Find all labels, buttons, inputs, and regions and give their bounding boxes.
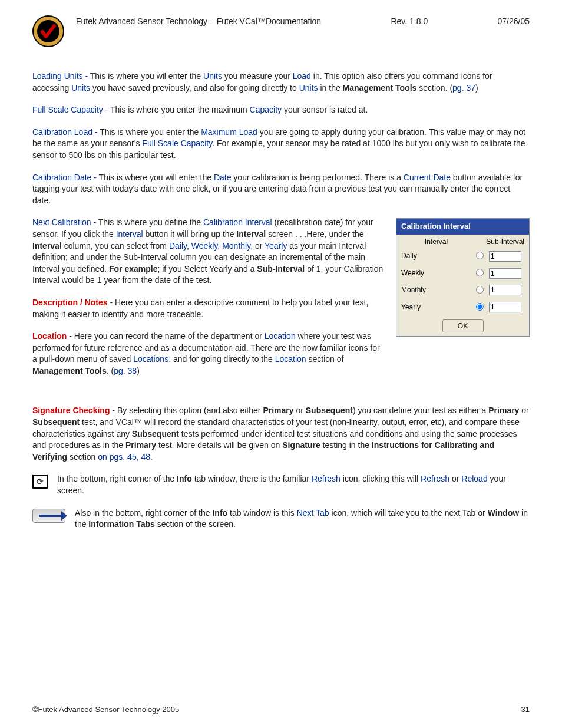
subsequent-bold-2: Subsequent — [32, 417, 80, 427]
info-bold: Info — [177, 474, 192, 483]
yearly-link[interactable]: Yearly — [265, 241, 287, 251]
row-weekly-label: Weekly — [401, 268, 469, 278]
para-signature: Signature Checking - By selecting this o… — [32, 405, 530, 463]
para-location: Location - Here you can record the name … — [32, 331, 384, 377]
refresh-icon: ⟳ — [32, 475, 48, 489]
dialog-title: Calibration Interval — [396, 219, 529, 234]
cal-load-link[interactable]: Calibration Load - — [32, 127, 98, 137]
row-monthly-radio[interactable] — [476, 286, 484, 294]
page-header: Futek Advanced Sensor Technology – Futek… — [32, 12, 530, 47]
info-bold-2: Info — [212, 508, 227, 518]
locations-link[interactable]: Locations — [133, 354, 168, 364]
location-link-2[interactable]: Location — [275, 354, 306, 364]
loading-units-link[interactable]: Loading Units - — [32, 71, 88, 81]
para-loading-units: Loading Units - This is where you wil en… — [32, 71, 530, 94]
reload-link[interactable]: Reload — [461, 474, 487, 483]
interval-link[interactable]: Interval — [116, 229, 143, 239]
row-daily-label: Daily — [401, 251, 469, 261]
para-next-cal: Next Calibration - This is where you def… — [32, 217, 384, 286]
monthly-link[interactable]: Monthly — [222, 241, 250, 251]
subsequent-bold-3: Subsequent — [132, 429, 179, 439]
desc-notes-heading: Description / Notes — [32, 298, 108, 307]
subsequent-bold: Subsequent — [306, 406, 353, 415]
cal-interval-link[interactable]: Calibration Interval — [203, 218, 272, 227]
footer-page-number: 31 — [521, 705, 530, 714]
management-tools-bold-2: Management Tools — [32, 366, 107, 375]
full-scale-link[interactable]: Full Scale Capacity - — [32, 105, 108, 114]
pg37-link[interactable]: pg. 37 — [452, 83, 475, 93]
header-title: Futek Advanced Sensor Technology – Futek… — [76, 17, 321, 26]
sub-interval-bold: Sub-Interval — [257, 264, 305, 274]
footer-copyright: ©Futek Advanced Sensor Technology 2005 — [32, 705, 179, 714]
row-monthly-input[interactable] — [489, 285, 521, 295]
signature-heading: Signature Checking — [32, 406, 110, 415]
next-tab-icon — [32, 509, 65, 523]
refresh-link[interactable]: Refresh — [312, 474, 340, 483]
capacity-link[interactable]: Capacity — [250, 105, 282, 114]
company-logo — [32, 15, 64, 47]
for-example-bold: For example — [109, 264, 157, 274]
location-link[interactable]: Location — [265, 331, 296, 341]
row-weekly-radio[interactable] — [476, 269, 484, 276]
primary-bold-3: Primary — [125, 440, 156, 450]
current-date-link[interactable]: Current Date — [404, 173, 451, 182]
row-weekly-input[interactable] — [489, 268, 521, 279]
para-refresh: ⟳ In the bottom, right corner of the Inf… — [32, 473, 530, 496]
row-monthly-label: Monthly — [401, 285, 469, 295]
col-interval-header: Interval — [401, 237, 471, 247]
primary-bold-2: Primary — [488, 406, 519, 415]
full-scale-link-2[interactable]: Full Scale Capacity — [142, 139, 212, 148]
next-cal-link[interactable]: Next Calibration - — [32, 218, 96, 227]
weekly-link[interactable]: Weekly — [191, 241, 218, 251]
units-link-3[interactable]: Units — [299, 83, 318, 93]
primary-bold: Primary — [263, 406, 293, 415]
para-full-scale: Full Scale Capacity - This is where you … — [32, 104, 530, 116]
row-yearly-radio[interactable] — [476, 303, 484, 311]
interval-bold: Interval — [236, 229, 266, 239]
interval-bold-2: Interval — [32, 241, 62, 251]
units-link-2[interactable]: Units — [71, 83, 90, 93]
pg38-link[interactable]: pg. 38 — [114, 366, 137, 375]
para-desc-notes: Description / Notes - Here you can enter… — [32, 297, 384, 320]
col-sub-header: Sub-Interval — [471, 237, 524, 247]
para-next-tab: Also in the bottom, right corner of the … — [32, 508, 530, 531]
row-daily-radio[interactable] — [476, 252, 484, 259]
header-revision: Rev. 1.8.0 — [391, 17, 428, 26]
max-load-link[interactable]: Maximum Load — [201, 127, 257, 137]
daily-link[interactable]: Daily — [169, 241, 187, 251]
refresh-link-2[interactable]: Refresh — [421, 474, 449, 483]
row-yearly-label: Yearly — [401, 302, 469, 312]
para-cal-date: Calibration Date - This is where you wil… — [32, 172, 530, 207]
management-tools-bold: Management Tools — [343, 83, 417, 93]
cal-date-link[interactable]: Calibration Date - — [32, 173, 97, 182]
para-cal-load: Calibration Load - This is where you ent… — [32, 127, 530, 162]
calibration-interval-dialog: Calibration Interval Interval Sub-Interv… — [396, 218, 530, 336]
next-tab-link[interactable]: Next Tab — [297, 508, 329, 518]
date-link[interactable]: Date — [214, 173, 232, 182]
signature-bold: Signature — [282, 440, 320, 450]
page-footer: ©Futek Advanced Sensor Technology 2005 3… — [32, 705, 530, 714]
load-link[interactable]: Load — [293, 71, 311, 81]
ok-button[interactable]: OK — [442, 319, 484, 332]
location-heading: Location — [32, 331, 67, 341]
units-link[interactable]: Units — [203, 71, 222, 81]
header-date: 07/26/05 — [498, 17, 530, 26]
on-pgs-link[interactable]: on pgs. 45, 48 — [98, 452, 150, 462]
window-bold: Window — [488, 508, 520, 518]
information-tabs-bold: Information Tabs — [88, 519, 155, 529]
row-daily-input[interactable] — [489, 251, 521, 262]
row-yearly-input[interactable] — [489, 302, 521, 312]
